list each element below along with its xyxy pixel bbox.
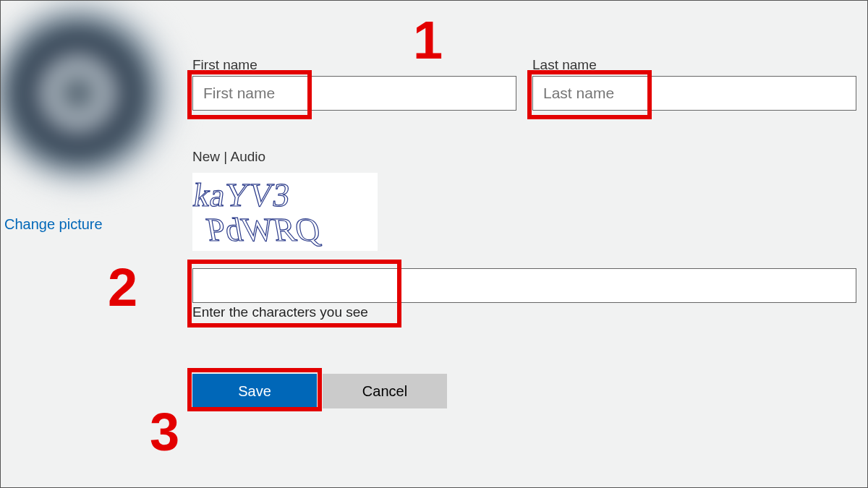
profile-avatar xyxy=(0,0,176,187)
save-button[interactable]: Save xyxy=(192,374,317,408)
change-picture-link[interactable]: Change picture xyxy=(4,216,103,233)
captcha-input[interactable] xyxy=(192,268,856,303)
annotation-step-1: 1 xyxy=(413,14,443,67)
captcha-glyph-line1: kaYV3 xyxy=(192,176,292,213)
last-name-label: Last name xyxy=(532,57,597,73)
annotation-step-2: 2 xyxy=(108,261,137,314)
annotation-step-3: 3 xyxy=(150,406,179,459)
captcha-help-text: Enter the characters you see xyxy=(192,304,368,320)
captcha-refresh-audio-links[interactable]: New | Audio xyxy=(192,149,265,165)
first-name-input[interactable] xyxy=(192,76,516,111)
first-name-label: First name xyxy=(192,57,258,73)
last-name-input[interactable] xyxy=(532,76,856,111)
cancel-button[interactable]: Cancel xyxy=(323,374,447,408)
captcha-glyph-line2: PdWRQ xyxy=(203,211,323,248)
captcha-image: kaYV3 PdWRQ xyxy=(192,173,378,251)
